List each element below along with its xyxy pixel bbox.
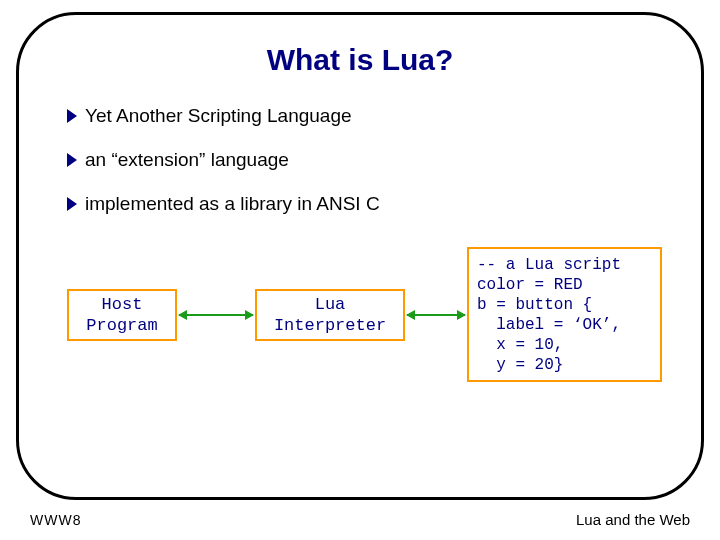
lua-script-box: -- a Lua script color = RED b = button {… <box>467 247 662 382</box>
bullet-item: an “extension” language <box>67 149 653 171</box>
slide-title: What is Lua? <box>67 43 653 77</box>
bullet-triangle-icon <box>67 197 77 211</box>
double-arrow-icon <box>407 314 465 316</box>
footer-left: WWW8 <box>30 512 81 528</box>
bullet-item: implemented as a library in ANSI C <box>67 193 653 215</box>
double-arrow-icon <box>179 314 253 316</box>
lua-interpreter-box: Lua Interpreter <box>255 289 405 341</box>
slide-frame: What is Lua? Yet Another Scripting Langu… <box>16 12 704 500</box>
architecture-diagram: Host Program Lua Interpreter -- a Lua sc… <box>67 237 653 397</box>
host-program-box: Host Program <box>67 289 177 341</box>
bullet-text: Yet Another Scripting Language <box>85 105 352 127</box>
bullet-triangle-icon <box>67 153 77 167</box>
bullet-item: Yet Another Scripting Language <box>67 105 653 127</box>
bullet-text: implemented as a library in ANSI C <box>85 193 380 215</box>
bullet-triangle-icon <box>67 109 77 123</box>
bullet-list: Yet Another Scripting Language an “exten… <box>67 105 653 215</box>
bullet-text: an “extension” language <box>85 149 289 171</box>
footer-right: Lua and the Web <box>576 511 690 528</box>
